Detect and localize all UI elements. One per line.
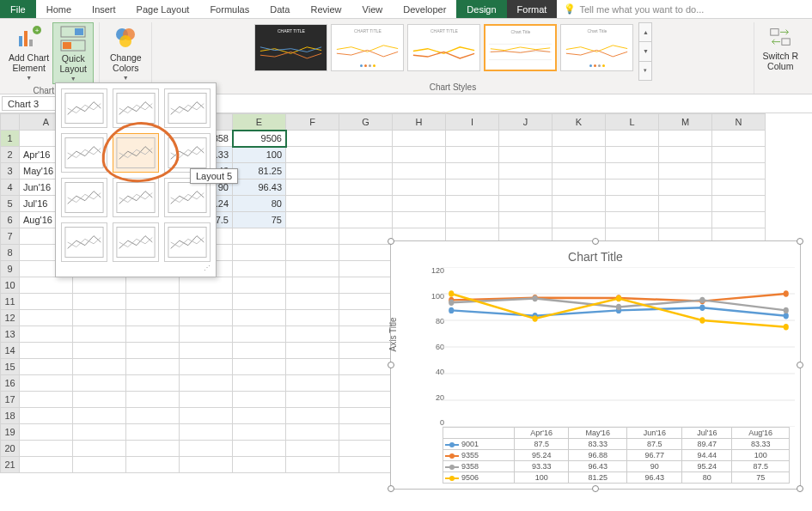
change-colors-button[interactable]: Change Colors ▼: [105, 22, 146, 82]
cell[interactable]: [339, 147, 393, 163]
layout-option-11[interactable]: [113, 222, 159, 262]
cell[interactable]: [499, 163, 553, 179]
col-header[interactable]: I: [446, 114, 499, 131]
cell[interactable]: [339, 441, 393, 457]
cell[interactable]: [339, 163, 393, 179]
cell[interactable]: [286, 196, 339, 212]
cell[interactable]: [20, 392, 73, 408]
cell[interactable]: [233, 343, 286, 359]
row-header[interactable]: 2: [1, 147, 20, 163]
row-header[interactable]: 17: [1, 392, 20, 408]
col-header[interactable]: G: [339, 114, 393, 131]
cell[interactable]: [233, 326, 286, 343]
cell[interactable]: [180, 392, 233, 408]
cell[interactable]: [553, 179, 606, 196]
cell[interactable]: [126, 277, 180, 294]
row-header[interactable]: 5: [1, 196, 20, 212]
cell[interactable]: [446, 147, 499, 163]
cell[interactable]: [286, 310, 339, 326]
tab-format[interactable]: Format: [507, 0, 558, 18]
cell[interactable]: [126, 457, 180, 473]
cell[interactable]: [712, 196, 766, 212]
cell[interactable]: [712, 147, 766, 163]
cell[interactable]: [286, 261, 339, 277]
cell[interactable]: [553, 163, 606, 179]
cell[interactable]: [446, 163, 499, 179]
tab-insert[interactable]: Insert: [82, 0, 126, 18]
row-header[interactable]: 1: [1, 131, 20, 147]
tell-me-search[interactable]: 💡 Tell me what you want to do...: [557, 0, 812, 18]
cell[interactable]: [286, 457, 339, 473]
cell[interactable]: [606, 212, 659, 228]
gallery-scroll[interactable]: ▲ ▼ ▾: [638, 22, 652, 81]
cell[interactable]: [73, 441, 126, 457]
cell[interactable]: [553, 147, 606, 163]
cell[interactable]: [499, 131, 553, 147]
tab-data[interactable]: Data: [259, 0, 300, 18]
cell[interactable]: [233, 359, 286, 375]
cell[interactable]: [180, 326, 233, 343]
cell[interactable]: [339, 359, 393, 375]
cell[interactable]: [233, 392, 286, 408]
cell[interactable]: [233, 424, 286, 441]
cell[interactable]: 100: [233, 147, 286, 163]
cell[interactable]: [126, 310, 180, 326]
cell[interactable]: [286, 228, 339, 245]
cell[interactable]: 9506: [233, 131, 286, 147]
cell[interactable]: [20, 408, 73, 424]
cell[interactable]: [446, 196, 499, 212]
cell[interactable]: [20, 375, 73, 392]
cell[interactable]: [20, 457, 73, 473]
tab-developer[interactable]: Developer: [393, 0, 456, 18]
layout-option-3[interactable]: [164, 88, 211, 128]
cell[interactable]: [339, 245, 393, 261]
cell[interactable]: [606, 163, 659, 179]
cell[interactable]: [286, 131, 339, 147]
layout-option-10[interactable]: [61, 222, 107, 262]
cell[interactable]: [20, 359, 73, 375]
row-header[interactable]: 7: [1, 228, 20, 245]
cell[interactable]: [233, 294, 286, 310]
layout-option-8[interactable]: [113, 178, 159, 217]
row-header[interactable]: 13: [1, 326, 20, 343]
row-header[interactable]: 14: [1, 343, 20, 359]
cell[interactable]: [393, 212, 446, 228]
cell[interactable]: [20, 326, 73, 343]
cell[interactable]: [126, 326, 180, 343]
row-header[interactable]: 20: [1, 441, 20, 457]
cell[interactable]: [73, 343, 126, 359]
cell[interactable]: [339, 310, 393, 326]
cell[interactable]: [73, 408, 126, 424]
cell[interactable]: [233, 245, 286, 261]
cell[interactable]: [126, 343, 180, 359]
tab-view[interactable]: View: [352, 0, 394, 18]
cell[interactable]: [393, 196, 446, 212]
scroll-up-icon[interactable]: ▲: [639, 23, 651, 42]
cell[interactable]: [233, 228, 286, 245]
layout-option-6[interactable]: [164, 133, 211, 173]
cell[interactable]: [659, 147, 712, 163]
col-header[interactable]: F: [286, 114, 339, 131]
cell[interactable]: [286, 277, 339, 294]
row-header[interactable]: 19: [1, 424, 20, 441]
tab-home[interactable]: Home: [36, 0, 82, 18]
cell[interactable]: [499, 147, 553, 163]
cell[interactable]: [126, 392, 180, 408]
cell[interactable]: [393, 179, 446, 196]
cell[interactable]: [606, 179, 659, 196]
cell[interactable]: [339, 294, 393, 310]
cell[interactable]: [553, 196, 606, 212]
cell[interactable]: 75: [233, 212, 286, 228]
row-header[interactable]: 15: [1, 359, 20, 375]
col-header[interactable]: H: [393, 114, 446, 131]
cell[interactable]: [180, 294, 233, 310]
chart-style-1[interactable]: CHART TITLE: [254, 24, 327, 71]
layout-option-4[interactable]: [61, 133, 107, 173]
row-header[interactable]: 21: [1, 457, 20, 473]
cell[interactable]: [659, 163, 712, 179]
col-header[interactable]: E: [233, 114, 286, 131]
cell[interactable]: [180, 359, 233, 375]
cell[interactable]: [73, 375, 126, 392]
cell[interactable]: [20, 310, 73, 326]
layout-option-1[interactable]: [61, 88, 107, 128]
